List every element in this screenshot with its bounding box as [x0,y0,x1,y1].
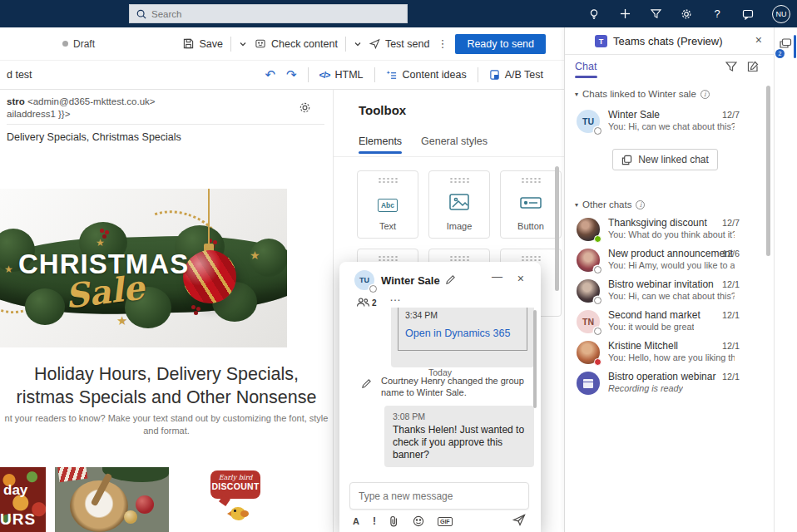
avatar [577,372,600,395]
save-button[interactable]: Save [183,38,223,50]
html-button[interactable]: </> HTML [319,69,364,81]
new-chat-compose-icon[interactable] [747,61,759,72]
drag-handle-icon[interactable] [521,177,541,183]
divider [345,37,346,52]
lightbulb-icon[interactable] [587,7,601,21]
chat-item[interactable]: Bistro webinar invitation You: Hi, can w… [565,277,765,308]
command-bar: Draft Save Check content Test send [0,27,564,61]
close-panel-icon[interactable]: × [755,33,762,47]
chat-scrollbar[interactable] [533,310,537,408]
redo-icon[interactable]: ↷ [286,67,297,82]
test-send-button[interactable]: Test send [369,38,430,50]
status-offline-icon [369,285,377,293]
toolbox-card-text[interactable]: Abc Text [357,170,418,239]
gold-star-decoration: ★ [4,264,13,275]
status-dot-icon [62,41,68,47]
feedback-icon[interactable] [741,7,755,21]
participants-button[interactable]: 2 [356,297,377,308]
baking-photo-image[interactable] [55,467,169,532]
chat-item-winter-sale[interactable]: TU Winter Sale You: Hi, can we chat abou… [565,107,765,138]
close-icon[interactable]: × [517,272,524,285]
teams-panel-scrollbar[interactable] [766,86,770,256]
tab-chat[interactable]: Chat [575,61,597,72]
drag-handle-icon[interactable] [378,177,398,183]
minimize-icon[interactable]: — [492,270,502,283]
right-rail: 2 [774,27,797,532]
check-content-chevron[interactable] [354,40,362,48]
drag-handle-icon[interactable] [449,177,469,183]
new-linked-chat-button[interactable]: New linked chat [612,149,718,170]
gear-icon[interactable] [680,7,693,21]
send-message-icon[interactable] [512,514,526,526]
chat-item[interactable]: TN Second hand market You: it would be g… [565,308,765,338]
drag-handle-icon[interactable] [449,255,469,261]
content-ideas-button[interactable]: Content ideas [386,69,467,81]
tab-general-styles[interactable]: General styles [421,135,488,147]
other-chats-section-header[interactable]: ▾ Other chats i [575,200,645,209]
filter-icon[interactable] [649,7,662,21]
more-options-icon[interactable]: … [389,290,402,303]
drag-handle-icon[interactable] [521,255,541,261]
header-settings-gear-icon[interactable] [299,101,311,114]
toolbox-title: Toolbox [359,103,406,117]
toolbox-scrollbar[interactable] [555,166,559,291]
message-input[interactable] [349,482,529,510]
email-canvas: stro <admin@d365-mkttest.co.uk> ailaddre… [0,90,333,532]
attach-icon[interactable] [389,515,399,527]
teams-chats-panel: T Teams chats (Preview) × Chat ▾ Chats l… [564,27,774,532]
chat-item[interactable]: Kristine Mitchell You: Hello, how are yo… [565,338,765,369]
format-icon[interactable]: A [353,516,359,526]
code-icon: </> [319,70,330,80]
teams-logo-icon: T [595,35,607,47]
help-icon[interactable]: ? [710,7,724,21]
priority-icon[interactable]: ! [373,515,376,527]
teams-panel-header: T Teams chats (Preview) × [565,27,774,55]
check-content-button[interactable]: Check content [255,38,338,50]
linked-chats-section-header[interactable]: ▾ Chats linked to Winter sale i [575,89,710,99]
status-offline-icon [594,328,601,335]
save-dropdown-chevron[interactable] [239,40,247,48]
status-badge: Draft [62,38,95,50]
toolbox-card-button[interactable]: Button [500,170,562,239]
global-search[interactable] [129,4,408,23]
email-body-text[interactable]: nt your readers to know? Make your text … [4,412,329,437]
chevron-down-icon: ▾ [575,201,578,209]
calendar-icon [583,379,593,388]
ab-test-button[interactable]: A/B Test [489,69,543,81]
ready-to-send-button[interactable]: Ready to send [455,34,546,54]
undo-icon[interactable]: ↶ [265,67,275,82]
chat-item[interactable]: Thanksgiving discount You: What do you t… [565,215,765,246]
search-input[interactable] [151,9,400,19]
email-headline[interactable]: Holiday Hours, Delivery Specials, ristma… [0,362,333,409]
drag-handle-icon[interactable] [378,255,398,261]
gold-star-decoration: ★ [96,237,105,249]
plus-icon[interactable] [618,7,631,21]
gif-icon[interactable]: GIF [438,517,453,526]
rename-chat-pencil-icon[interactable] [445,274,456,285]
christmas-banner-image[interactable]: ★ ★ ★ ★ CHRISTMAS Sale [0,189,287,347]
teams-panel-title: Teams chats (Preview) [613,35,722,47]
search-icon [136,9,146,19]
open-in-dynamics-link[interactable]: Open in Dynamics 365 [405,328,510,339]
subject-line[interactable]: Delivery Specials, Christmas Specials [7,131,181,143]
toolbox-card-image[interactable]: Image [428,170,490,239]
chat-item[interactable]: New product announcement You: Hi Amy, wo… [565,246,765,277]
pencil-icon [361,378,372,389]
holiday-hours-image[interactable]: day URS [0,467,46,532]
status-available-icon [594,235,601,243]
overflow-menu-icon[interactable]: ⋮ [437,37,448,50]
chat-item[interactable]: Bistro operation webinar Recording is re… [565,369,765,400]
avatar: TU [354,270,374,290]
avatar: TU [577,110,600,133]
status-offline-icon [594,266,601,273]
divider [374,67,375,82]
early-bird-discount-image[interactable]: Early bird DISCOUNT [205,467,264,532]
emoji-icon[interactable] [413,515,424,527]
avatar [577,218,600,241]
tab-elements[interactable]: Elements [359,135,402,147]
ornament-ball [183,250,236,303]
user-avatar[interactable]: NU [772,5,790,23]
editor-toolbar: d test ↶ ↷ </> HTML Content ideas A/B Te… [0,61,564,90]
chat-filter-icon[interactable] [725,61,737,72]
info-icon: i [636,200,645,209]
